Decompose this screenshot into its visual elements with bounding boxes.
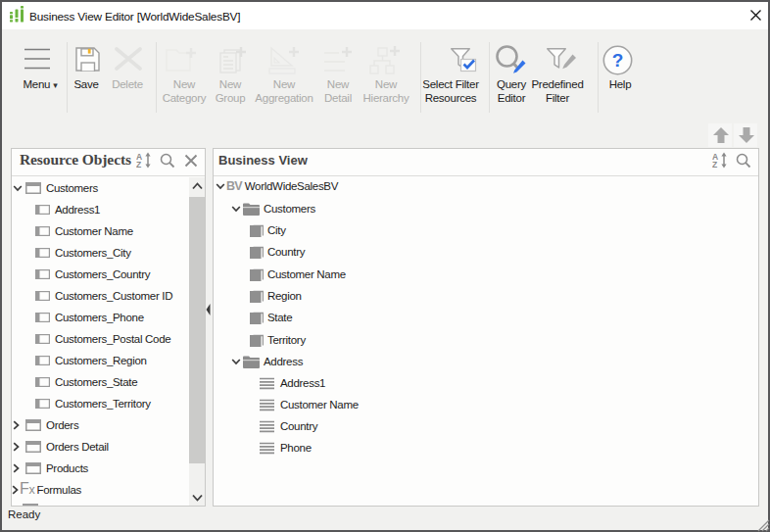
svg-text:?: ? xyxy=(612,50,624,71)
svg-text:Z: Z xyxy=(136,160,141,169)
svg-text:Z: Z xyxy=(712,160,717,169)
